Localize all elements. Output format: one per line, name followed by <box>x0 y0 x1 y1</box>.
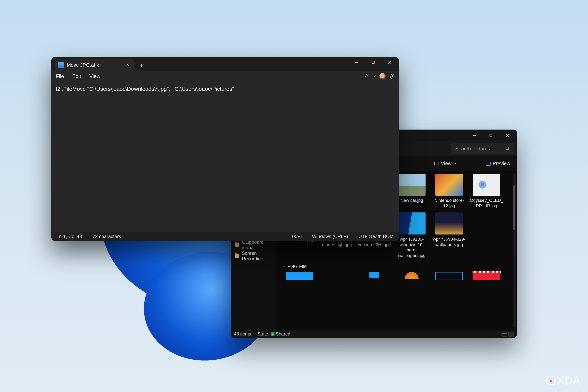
file-item[interactable] <box>432 272 466 280</box>
thumbnail-image <box>436 174 463 196</box>
editor-text: "C:\Users\joaoc\Pictures" <box>172 86 234 92</box>
thumbnail-image <box>370 272 379 278</box>
line-ending[interactable]: Windows (CRLF) <box>307 234 353 239</box>
cursor-position: Ln 1, Col 48 <box>52 234 87 239</box>
sidebar-item-label: Screen Recordin <box>242 250 276 262</box>
shared-icon: ↗ <box>270 332 274 336</box>
svg-point-15 <box>391 75 393 77</box>
tab-bar: Move JPG.ahk ✕ ＋ <box>52 57 399 71</box>
explorer-statusbar: 43 items State: ↗ Shared <box>231 330 517 338</box>
char-count: 72 characters <box>87 234 126 239</box>
search-placeholder: Search Pictures <box>455 146 505 152</box>
svg-line-21 <box>393 78 394 78</box>
minimize-icon <box>355 61 358 64</box>
tab-close-button[interactable]: ✕ <box>124 62 131 68</box>
thumbnail-image <box>398 212 426 234</box>
close-icon <box>388 61 392 64</box>
file-item[interactable]: New car.jpg <box>395 174 428 208</box>
editor-text: !2::FileMove "C:\Users\joaoc\Downloads\*… <box>56 86 172 92</box>
maximize-icon <box>372 61 375 64</box>
details-view-icon[interactable] <box>502 332 507 336</box>
view-mode-icons[interactable] <box>502 332 514 336</box>
minimize-icon <box>472 134 476 137</box>
file-item[interactable]: wp4736904-329-wallpapers.jpg <box>432 212 466 258</box>
chevron-down-icon[interactable] <box>373 74 376 78</box>
more-menu-button[interactable]: ··· <box>461 159 474 168</box>
chevron-down-icon <box>454 162 456 165</box>
svg-rect-8 <box>486 162 490 166</box>
copilot-icon[interactable] <box>364 73 370 79</box>
thumbnail-image <box>473 272 500 280</box>
svg-rect-11 <box>372 61 374 64</box>
zoom-level[interactable]: 100% <box>284 234 306 239</box>
file-label: wp4439135-windows-10-hero-wallpapers.jpg <box>395 236 428 258</box>
state-label: State: <box>258 331 270 337</box>
file-icon <box>58 62 64 68</box>
state-shared: ↗ Shared <box>270 331 290 337</box>
file-label: Nintendo store-12.jpg <box>432 198 466 208</box>
item-count: 43 items <box>234 331 251 337</box>
chevron-down-icon <box>283 265 286 268</box>
sidebar-item-clipboard[interactable]: CLipboard mana <box>231 240 276 250</box>
menu-edit[interactable]: Edit <box>72 73 81 79</box>
close-button[interactable] <box>499 131 516 140</box>
file-item[interactable]: wp4439135-windows-10-hero-wallpapers.jpg <box>395 212 428 258</box>
view-menu-button[interactable]: View <box>431 159 460 168</box>
file-item[interactable] <box>320 272 354 280</box>
preview-button[interactable]: Preview <box>482 159 513 168</box>
tab-title: Move JPG.ahk <box>67 62 99 68</box>
menu-file[interactable]: File <box>56 73 64 79</box>
sidebar-item-label: CLipboard mana <box>242 240 276 250</box>
thumbnail-image <box>473 174 500 196</box>
svg-rect-6 <box>434 162 439 165</box>
view-label: View <box>441 161 452 166</box>
svg-point-14 <box>368 74 368 75</box>
file-item[interactable]: Odyssey_OLED_PR_dl3.jpg <box>470 174 503 208</box>
new-tab-button[interactable]: ＋ <box>136 60 147 70</box>
icons-view-icon[interactable] <box>508 332 514 336</box>
thumbnail-image <box>405 272 419 280</box>
svg-line-22 <box>393 74 394 75</box>
sidebar-item-screenrec[interactable]: Screen Recordin <box>231 250 276 262</box>
view-icon <box>434 162 439 166</box>
close-button[interactable] <box>382 58 398 67</box>
xda-watermark: ▸ XDA <box>546 374 580 387</box>
folder-icon <box>235 254 239 258</box>
text-editor[interactable]: !2::FileMove "C:\Users\joaoc\Downloads\*… <box>52 82 399 232</box>
file-item[interactable]: Nintendo store-12.jpg <box>432 174 466 208</box>
minimize-button[interactable] <box>348 58 365 67</box>
notepad-window: Move JPG.ahk ✕ ＋ File Edit View !2::File… <box>52 57 399 241</box>
thumbnail-image <box>398 174 426 196</box>
file-label: New car.jpg <box>400 198 423 203</box>
svg-point-4 <box>506 147 509 150</box>
svg-line-5 <box>508 149 510 150</box>
folder-icon <box>235 243 239 247</box>
thumbnail-image <box>436 212 463 234</box>
scrollbar[interactable] <box>513 173 516 328</box>
thumbnail-image <box>286 272 313 280</box>
file-item[interactable] <box>358 272 391 280</box>
maximize-button[interactable] <box>365 58 382 67</box>
svg-rect-1 <box>490 134 492 137</box>
file-item[interactable] <box>470 272 503 280</box>
search-input[interactable]: Search Pictures <box>451 143 514 154</box>
scrollbar-thumb[interactable] <box>513 185 515 230</box>
notepad-statusbar: Ln 1, Col 48 72 characters 100% Windows … <box>52 232 399 241</box>
svg-line-23 <box>390 78 390 78</box>
thumbnail-image <box>436 272 463 280</box>
section-header[interactable]: PNG File <box>283 264 510 269</box>
preview-icon <box>486 162 491 166</box>
maximize-button[interactable] <box>483 131 499 140</box>
file-label: Odyssey_OLED_PR_dl3.jpg <box>470 198 503 208</box>
minimize-button[interactable] <box>466 131 483 140</box>
section-label: PNG File <box>288 264 306 269</box>
user-avatar[interactable] <box>379 73 386 80</box>
svg-line-20 <box>390 74 390 75</box>
menu-bar: File Edit View <box>52 71 399 82</box>
gear-icon[interactable] <box>389 74 394 79</box>
encoding[interactable]: UTF-8 with BOM <box>353 234 399 239</box>
tab-active[interactable]: Move JPG.ahk ✕ <box>55 59 134 71</box>
menu-view[interactable]: View <box>90 73 100 79</box>
file-item[interactable] <box>283 272 316 280</box>
file-item[interactable] <box>395 272 428 280</box>
